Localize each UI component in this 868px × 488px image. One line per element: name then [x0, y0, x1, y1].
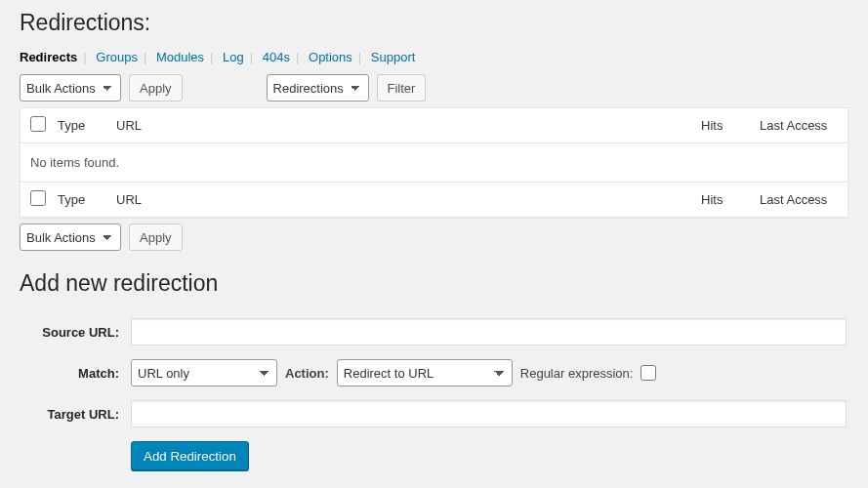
tab-nav: Redirects| Groups| Modules| Log| 404s| O… [20, 50, 848, 64]
tab-support[interactable]: Support [371, 50, 416, 64]
apply-button-bottom[interactable]: Apply [129, 224, 183, 251]
redirects-table: Type URL Hits Last Access No items found… [20, 107, 848, 218]
col-last-access-foot[interactable]: Last Access [750, 182, 847, 217]
add-redirection-form: Source URL: Match: URL only Action: Redi… [20, 310, 848, 478]
source-url-input[interactable] [131, 318, 847, 346]
col-hits-foot[interactable]: Hits [691, 182, 750, 217]
no-items-message: No items found. [21, 143, 847, 182]
match-select[interactable]: URL only [131, 359, 277, 386]
select-all-bottom[interactable] [30, 190, 46, 206]
add-form-heading: Add new redirection [20, 270, 848, 297]
tablenav-bottom: Bulk Actions Apply [20, 224, 848, 251]
bulk-action-select-top[interactable]: Bulk Actions [20, 74, 121, 102]
tab-groups[interactable]: Groups [96, 50, 138, 64]
tab-log[interactable]: Log [223, 50, 244, 64]
col-url[interactable]: URL [106, 108, 691, 143]
add-redirection-button[interactable]: Add Redirection [131, 441, 249, 470]
target-url-input[interactable] [131, 400, 847, 427]
source-url-label: Source URL: [21, 312, 129, 351]
filter-button[interactable]: Filter [377, 74, 427, 102]
col-type[interactable]: Type [48, 108, 106, 143]
col-url-foot[interactable]: URL [106, 182, 691, 217]
target-url-label: Target URL: [21, 394, 129, 433]
action-select[interactable]: Redirect to URL [337, 359, 513, 386]
filter-select[interactable]: Redirections [267, 74, 369, 102]
bulk-action-select-bottom[interactable]: Bulk Actions [20, 224, 121, 251]
col-type-foot[interactable]: Type [48, 182, 106, 217]
col-last-access[interactable]: Last Access [750, 108, 847, 143]
tab-modules[interactable]: Modules [156, 50, 204, 64]
page-title: Redirections: [20, 10, 848, 36]
col-hits[interactable]: Hits [691, 108, 750, 143]
action-label: Action: [285, 366, 329, 381]
select-all-top[interactable] [30, 116, 46, 132]
tablenav-top: Bulk Actions Apply Redirections Filter [20, 74, 848, 102]
apply-button-top[interactable]: Apply [129, 74, 183, 102]
regex-label: Regular expression: [520, 366, 634, 381]
regex-checkbox[interactable] [641, 365, 656, 381]
match-label: Match: [21, 353, 129, 392]
tab-redirects[interactable]: Redirects [20, 50, 77, 64]
tab-options[interactable]: Options [309, 50, 352, 64]
tab-404s[interactable]: 404s [263, 50, 290, 64]
